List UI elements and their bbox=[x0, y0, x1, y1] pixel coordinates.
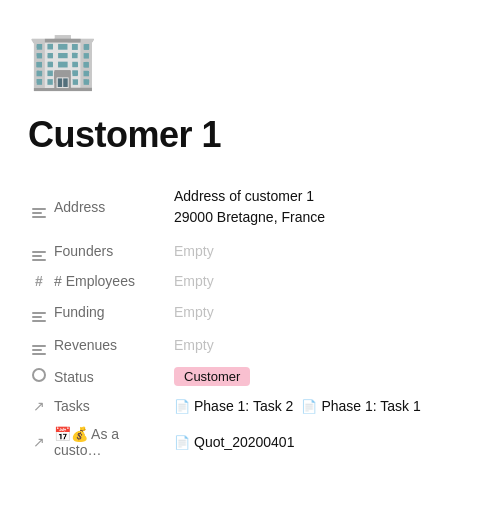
lines-icon-founders bbox=[28, 234, 50, 267]
prop-label-funding[interactable]: Funding bbox=[50, 295, 170, 328]
doc-icon-task1: 📄 bbox=[174, 399, 190, 414]
prop-label-employees[interactable]: # Employees bbox=[50, 267, 170, 295]
prop-value-status[interactable]: Customer bbox=[170, 361, 476, 392]
property-row-employees: # # Employees Empty bbox=[28, 267, 476, 295]
property-row-revenues: Revenues Empty bbox=[28, 328, 476, 361]
prop-value-address[interactable]: Address of customer 129000 Bretagne, Fra… bbox=[170, 180, 476, 234]
relation-link-1[interactable]: 📄 Quot_20200401 bbox=[174, 434, 294, 450]
property-row-funding: Funding Empty bbox=[28, 295, 476, 328]
doc-icon-task2: 📄 bbox=[301, 399, 317, 414]
prop-label-tasks[interactable]: Tasks bbox=[50, 392, 170, 420]
property-row-relation: ↗ 📅💰 As a custo… 📄 Quot_20200401 bbox=[28, 420, 476, 464]
status-badge[interactable]: Customer bbox=[174, 367, 250, 386]
prop-label-revenues[interactable]: Revenues bbox=[50, 328, 170, 361]
task-label-2[interactable]: Phase 1: Task 1 bbox=[321, 398, 420, 414]
doc-icon-relation1: 📄 bbox=[174, 435, 190, 450]
property-row-tasks: ↗ Tasks 📄 Phase 1: Task 2 📄 Phase 1: Tas… bbox=[28, 392, 476, 420]
properties-table: Address Address of customer 129000 Breta… bbox=[28, 180, 476, 464]
relation-label-1[interactable]: Quot_20200401 bbox=[194, 434, 294, 450]
hash-icon-employees: # bbox=[28, 267, 50, 295]
circle-icon-status bbox=[28, 361, 50, 392]
arrow-icon-relation: ↗ bbox=[28, 420, 50, 464]
relation-prefix-emoji: 📅💰 bbox=[54, 426, 88, 442]
arrow-icon-tasks: ↗ bbox=[28, 392, 50, 420]
task-label-1[interactable]: Phase 1: Task 2 bbox=[194, 398, 293, 414]
cover-image: 🏢 bbox=[28, 24, 100, 96]
prop-label-founders[interactable]: Founders bbox=[50, 234, 170, 267]
task-link-2[interactable]: 📄 Phase 1: Task 1 bbox=[301, 398, 420, 414]
prop-value-founders[interactable]: Empty bbox=[170, 234, 476, 267]
lines-icon-revenues bbox=[28, 328, 50, 361]
prop-value-funding[interactable]: Empty bbox=[170, 295, 476, 328]
lines-icon-funding bbox=[28, 295, 50, 328]
prop-value-relation: 📄 Quot_20200401 bbox=[170, 420, 476, 464]
prop-label-status[interactable]: Status bbox=[50, 361, 170, 392]
prop-value-employees[interactable]: Empty bbox=[170, 267, 476, 295]
task-link-1[interactable]: 📄 Phase 1: Task 2 bbox=[174, 398, 293, 414]
lines-icon-address bbox=[28, 180, 50, 234]
prop-label-relation[interactable]: 📅💰 As a custo… bbox=[50, 420, 170, 464]
property-row-address: Address Address of customer 129000 Breta… bbox=[28, 180, 476, 234]
property-row-founders: Founders Empty bbox=[28, 234, 476, 267]
property-row-status: Status Customer bbox=[28, 361, 476, 392]
page-title: Customer 1 bbox=[28, 114, 476, 156]
prop-value-tasks: 📄 Phase 1: Task 2 📄 Phase 1: Task 1 bbox=[170, 392, 476, 420]
prop-label-address[interactable]: Address bbox=[50, 180, 170, 234]
prop-value-revenues[interactable]: Empty bbox=[170, 328, 476, 361]
